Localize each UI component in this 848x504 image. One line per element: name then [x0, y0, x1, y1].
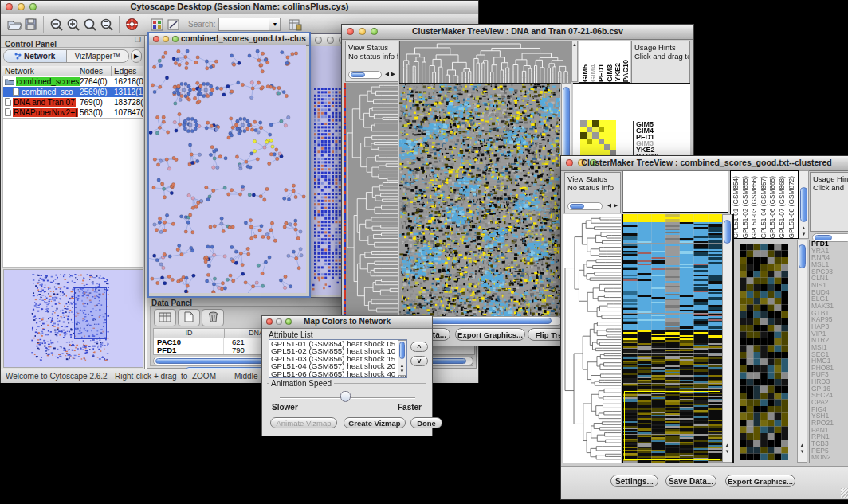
select-attributes-button[interactable]: [154, 309, 176, 326]
tv2-col-label[interactable]: GPL51-07 (GSM868): [778, 176, 787, 238]
create-vizmap-button[interactable]: Create Vizmap: [344, 417, 406, 428]
tv2-export-graphics-button[interactable]: Export Graphics...: [725, 475, 795, 487]
animate-vizmap-button[interactable]: Animate Vizmap: [270, 417, 337, 428]
mini-heatmap-cell[interactable]: [580, 144, 587, 150]
tab-vizmapper[interactable]: VizMapper™: [67, 50, 129, 62]
tv1-status-hscroll[interactable]: [348, 71, 382, 79]
birdseye-view[interactable]: [3, 269, 143, 368]
scroll-left-icon[interactable]: ◀: [385, 69, 389, 78]
annotation-icon[interactable]: [165, 17, 182, 33]
tv1-col-label[interactable]: GIM4: [589, 64, 597, 82]
mini-heatmap-cell[interactable]: [604, 120, 610, 127]
tv1-heatmap[interactable]: [399, 83, 560, 316]
mini-heatmap-cell[interactable]: [604, 144, 610, 150]
zoom-out-icon[interactable]: [48, 17, 65, 33]
new-attribute-button[interactable]: [178, 309, 200, 326]
network-row[interactable]: RNAPuberNov2+|563(0)107847(0): [3, 107, 143, 118]
close-button[interactable]: [153, 36, 159, 42]
delete-attribute-button[interactable]: [202, 309, 224, 326]
open-file-icon[interactable]: [6, 17, 22, 33]
treeview2-titlebar[interactable]: ClusterMaker TreeView : combined_scores_…: [561, 156, 848, 171]
mini-heatmap-cell[interactable]: [587, 139, 593, 145]
scroll-left-icon[interactable]: ◀: [607, 201, 611, 209]
mini-heatmap-cell[interactable]: [599, 139, 605, 145]
search-dropdown-button[interactable]: ▼: [269, 18, 281, 31]
tab-overflow-button[interactable]: ▶: [131, 49, 142, 63]
tv2-gene-label[interactable]: MON2: [811, 454, 848, 461]
mini-heatmap-cell[interactable]: [599, 127, 605, 133]
mini-heatmap-cell[interactable]: [587, 120, 593, 127]
mini-heatmap-cell[interactable]: [587, 127, 593, 133]
minimize-button[interactable]: [163, 36, 169, 42]
tv2-heatmap[interactable]: [622, 214, 722, 463]
col-network[interactable]: Network: [2, 66, 77, 76]
search-input[interactable]: [218, 18, 269, 31]
mini-heatmap-cell[interactable]: [599, 144, 605, 150]
mini-heatmap-cell[interactable]: [580, 139, 587, 145]
mini-heatmap-cell[interactable]: [587, 144, 593, 150]
tv1-export-graphics-button[interactable]: Export Graphics...: [455, 328, 525, 341]
scroll-right-icon[interactable]: ▶: [391, 69, 395, 78]
tv1-col-label[interactable]: PFD1: [597, 64, 605, 82]
move-down-button[interactable]: v: [410, 356, 428, 366]
float-panel-icon[interactable]: ❐: [135, 36, 141, 44]
network-row[interactable]: combined_sco2569(6)13112(15): [3, 87, 143, 97]
tv2-preview-heatmap[interactable]: [740, 244, 788, 460]
mini-heatmap-cell[interactable]: [610, 120, 617, 127]
tv2-save-data-button[interactable]: Save Data...: [665, 475, 716, 487]
zoom-in-icon[interactable]: [65, 17, 81, 33]
network-row[interactable]: combined_scores2764(0)16218(0): [3, 76, 143, 87]
attribute-listbox[interactable]: GPL51-01 (GSM854) heat shock 05 minGPL51…: [269, 339, 407, 378]
mini-heatmap-cell[interactable]: [610, 139, 617, 145]
tv2-row-dendrogram[interactable]: [563, 214, 621, 463]
tv2-col-label[interactable]: GPL51-06 (GSM865): [768, 176, 778, 238]
mini-heatmap-cell[interactable]: [592, 144, 599, 150]
mini-heatmap-cell[interactable]: [610, 127, 617, 133]
move-up-button[interactable]: ^: [410, 342, 428, 352]
tv1-top-dendrogram[interactable]: [399, 41, 571, 84]
close-button[interactable]: [315, 37, 322, 44]
mini-heatmap-cell[interactable]: [599, 120, 605, 127]
zoom-selected-icon[interactable]: [81, 17, 98, 33]
dialog-titlebar[interactable]: Map Colors to Network: [262, 316, 432, 329]
mini-heatmap-cell[interactable]: [580, 132, 587, 139]
tv2-gene-vscroll[interactable]: ▲▼: [797, 240, 807, 463]
mini-heatmap-cell[interactable]: [580, 120, 587, 127]
mini-heatmap-cell[interactable]: [604, 132, 610, 139]
scroll-right-icon[interactable]: ▶: [614, 201, 618, 209]
mini-heatmap-cell[interactable]: [592, 139, 599, 145]
tv1-mini-heatmap[interactable]: [580, 120, 616, 157]
tv1-col-label[interactable]: GIM5: [581, 64, 589, 82]
zoom-button[interactable]: [172, 36, 179, 42]
mini-heatmap-cell[interactable]: [604, 127, 610, 133]
network-row[interactable]: DNA and Tran 07769(0)183728(0): [3, 97, 143, 107]
vizmapper-icon[interactable]: [148, 17, 165, 33]
help-lifebuoy-icon[interactable]: [124, 17, 140, 33]
tab-network[interactable]: Network: [4, 50, 67, 62]
mini-heatmap-cell[interactable]: [592, 132, 599, 139]
save-icon[interactable]: [22, 17, 39, 33]
tv2-heatmap-vscroll[interactable]: ▲▼: [722, 214, 732, 463]
tv2-collabel-vscroll[interactable]: ▲▼: [799, 170, 809, 239]
mini-heatmap-cell[interactable]: [580, 127, 587, 133]
mini-heatmap-cell[interactable]: [610, 144, 617, 150]
attribute-editor-icon[interactable]: [287, 17, 304, 33]
tv2-col-label[interactable]: GPL51-04 (GSM857): [760, 176, 769, 238]
attribute-list-vscroll[interactable]: ▲▼: [398, 340, 406, 376]
mini-heatmap-cell[interactable]: [604, 139, 610, 145]
zoom-fit-icon[interactable]: [98, 17, 115, 33]
tv2-col-label[interactable]: GPL51-08 (GSM872): [787, 176, 797, 238]
attribute-item[interactable]: GPL51-07 (GSM868) heat shock 60 min: [271, 377, 406, 378]
col-nodes[interactable]: Nodes: [77, 66, 112, 76]
tv2-settings-button[interactable]: Settings...: [610, 475, 658, 487]
mini-heatmap-cell[interactable]: [610, 132, 617, 139]
treeview1-titlebar[interactable]: ClusterMaker TreeView : DNA and Tran 07-…: [342, 25, 693, 40]
minimize-button[interactable]: [327, 37, 334, 44]
mini-heatmap-cell[interactable]: [592, 127, 599, 133]
resize-grip[interactable]: [841, 488, 848, 498]
tv2-col-label[interactable]: GPL51-03 (GSM856): [750, 176, 760, 238]
mini-heatmap-cell[interactable]: [599, 132, 605, 139]
tv2-status-hscroll[interactable]: [567, 202, 603, 210]
tv1-col-label[interactable]: PAC10: [622, 60, 630, 82]
col-edges[interactable]: Edges: [112, 66, 143, 76]
